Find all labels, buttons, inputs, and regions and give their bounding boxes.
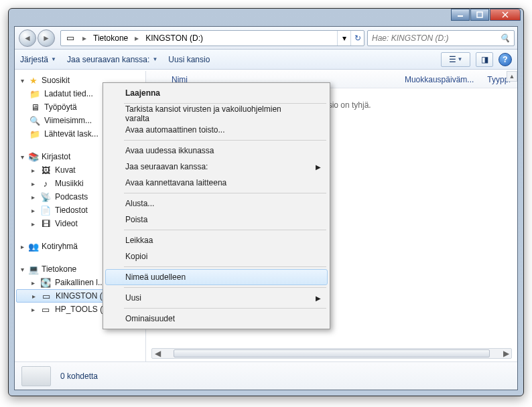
view-icon: ☰ <box>449 55 456 64</box>
search-icon: 🔍 <box>500 33 510 43</box>
back-button[interactable]: ◄ <box>19 29 36 47</box>
nav-buttons: ◄ ► <box>17 28 58 48</box>
forward-button[interactable]: ► <box>38 29 55 47</box>
new-folder-button[interactable]: Uusi kansio <box>168 55 210 64</box>
search-input[interactable]: Hae: KINGSTON (D:) 🔍 <box>367 30 515 46</box>
scroll-up[interactable]: ▲ <box>507 71 517 82</box>
ctx-portable[interactable]: Avaa kannettavana laitteena <box>105 175 328 191</box>
folder-icon: 📁 <box>29 129 40 139</box>
ctx-scan[interactable]: Tarkista kansiot virusten ja vakoiluohje… <box>105 106 328 122</box>
help-button[interactable]: ? <box>498 53 512 66</box>
breadcrumb-item[interactable]: KINGSTON (D:) <box>141 31 207 46</box>
disk-icon: 💽 <box>40 277 51 288</box>
ctx-copy[interactable]: Kopioi <box>105 248 328 264</box>
chevron-right-icon[interactable]: ▸ <box>132 33 141 43</box>
folder-icon: 📁 <box>29 88 40 99</box>
drive-icon: ▭ <box>41 291 52 301</box>
organize-button[interactable]: Järjestä▼ <box>20 55 56 64</box>
preview-pane-button[interactable]: ◨ <box>476 52 493 67</box>
svg-rect-1 <box>477 12 482 17</box>
star-icon: ★ <box>28 75 39 86</box>
recent-icon: 🔍 <box>29 115 40 126</box>
address-dropdown[interactable]: ▾ <box>337 31 350 46</box>
ctx-properties[interactable]: Ominaisuudet <box>105 311 328 327</box>
ctx-new[interactable]: Uusi▶ <box>105 290 328 306</box>
address-bar[interactable]: ▭ ▸ Tietokone ▸ KINGSTON (D:) ▾ ↻ <box>60 30 364 46</box>
share-button[interactable]: Jaa seuraavan kanssa:▼ <box>67 55 157 64</box>
minimize-button[interactable] <box>451 9 470 21</box>
maximize-button[interactable] <box>470 9 489 21</box>
column-modified[interactable]: Muokkauspäiväm... <box>398 75 480 84</box>
breadcrumb-item[interactable]: Tietokone <box>89 31 132 46</box>
chevron-right-icon[interactable]: ▸ <box>80 33 89 43</box>
videos-icon: 🎞 <box>40 218 51 229</box>
ctx-rename[interactable]: Nimeä uudelleen <box>105 269 328 285</box>
view-button[interactable]: ☰▼ <box>441 52 470 67</box>
podcast-icon: 📡 <box>40 191 51 202</box>
libraries-icon: 📚 <box>28 151 39 162</box>
svg-rect-0 <box>458 15 463 17</box>
pictures-icon: 🖼 <box>40 165 51 175</box>
drive-icon: ▭ <box>65 33 76 44</box>
computer-icon: 💻 <box>28 264 39 274</box>
status-bar: 0 kohdetta <box>15 361 517 390</box>
search-placeholder: Hae: KINGSTON (D:) <box>372 33 448 43</box>
toolbar: Järjestä▼ Jaa seuraavan kanssa:▼ Uusi ka… <box>15 50 517 70</box>
ctx-cut[interactable]: Leikkaa <box>105 232 328 248</box>
ctx-format[interactable]: Alusta... <box>105 195 328 212</box>
context-menu: Laajenna Tarkista kansiot virusten ja va… <box>103 82 330 329</box>
pane-icon: ◨ <box>481 55 488 64</box>
ctx-autoplay[interactable]: Avaa automaattinen toisto... <box>105 122 328 138</box>
ctx-share-with[interactable]: Jaa seuraavan kanssa:▶ <box>105 159 328 175</box>
ctx-new-window[interactable]: Avaa uudessa ikkunassa <box>105 143 328 159</box>
ctx-expand[interactable]: Laajenna <box>105 85 328 101</box>
homegroup-icon: 👥 <box>28 241 39 252</box>
desktop-icon: 🖥 <box>29 102 40 112</box>
nav-bar: ◄ ► ▭ ▸ Tietokone ▸ KINGSTON (D:) ▾ ↻ Ha… <box>15 27 517 50</box>
status-text: 0 kohdetta <box>60 372 98 381</box>
ctx-delete[interactable]: Poista <box>105 212 328 228</box>
titlebar <box>9 9 523 26</box>
close-button[interactable] <box>490 9 521 21</box>
drive-icon: ▭ <box>40 304 51 315</box>
submenu-arrow-icon: ▶ <box>316 295 321 302</box>
documents-icon: 📄 <box>40 205 51 216</box>
horizontal-scrollbar[interactable]: ◀▶ <box>151 348 512 359</box>
submenu-arrow-icon: ▶ <box>316 163 321 171</box>
drive-large-icon <box>21 366 51 386</box>
refresh-button[interactable]: ↻ <box>350 31 364 46</box>
music-icon: ♪ <box>40 178 51 189</box>
